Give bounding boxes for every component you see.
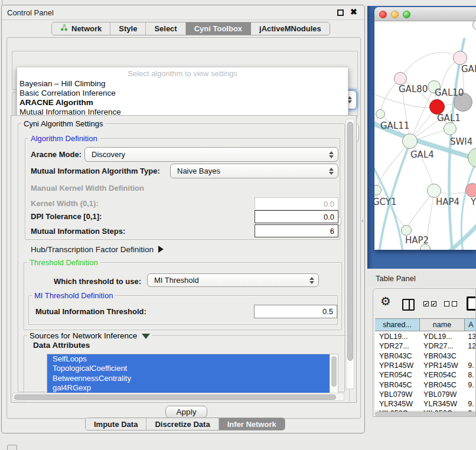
network-node[interactable] [427, 184, 441, 198]
table-row[interactable]: YDL19...YDL19...13 [375, 332, 476, 341]
horizontal-scrollbar[interactable] [12, 393, 344, 401]
gear-icon[interactable]: ⚙ [380, 294, 391, 308]
node-label: HAP4 [436, 197, 459, 207]
network-window: GALGAL80GAL10GAL1GAL11SWI4GAL4GCY1HAP4YH… [374, 7, 476, 250]
network-node[interactable] [394, 72, 407, 85]
table-row[interactable]: YBL079WYBL079W [375, 390, 476, 399]
minimized-panel-icon[interactable] [7, 445, 17, 450]
attribute-item[interactable]: TopologicalCoefficient [47, 364, 330, 373]
node-label: GAL11 [380, 120, 409, 131]
network-window-titlebar[interactable] [374, 7, 476, 21]
list-scrollbar[interactable] [330, 354, 338, 393]
column-layout-icon[interactable] [402, 299, 415, 311]
attribute-item[interactable]: gal4RGexp [47, 383, 330, 393]
tab-network[interactable]: Network [52, 22, 110, 35]
close-icon[interactable]: ✖ [350, 7, 357, 17]
table-cell [464, 351, 476, 361]
tab-jactivemnodules[interactable]: jActiveMNodules [251, 22, 330, 35]
table-column-header[interactable]: shared... [375, 318, 420, 331]
document-icon[interactable] [467, 296, 476, 311]
network-node[interactable] [453, 51, 467, 65]
tab-discretize-data[interactable]: Discretize Data [146, 418, 219, 430]
table-cell: YDL19... [375, 332, 419, 341]
float-window-icon[interactable] [337, 9, 344, 16]
network-node[interactable] [401, 225, 412, 236]
table-cell: 12 [464, 341, 476, 351]
table-cell: YBL079W [375, 390, 419, 399]
horizontal-scrollbar-thumb[interactable] [14, 394, 336, 400]
table-row[interactable]: YPR145WYPR145W9. [375, 361, 476, 370]
attribute-rows: SelfLoopsTopologicalCoefficientBetweenne… [47, 354, 338, 393]
table-row[interactable]: YER054CYER054C8. [375, 370, 476, 380]
table-row[interactable]: YBR043CYBR043C [375, 351, 476, 361]
hub-definition-toggle[interactable]: Hub/Transcription Factor Definition [31, 245, 164, 254]
mi-type-combo[interactable]: Naive Bayes [170, 164, 338, 178]
tab-style[interactable]: Style [110, 22, 146, 35]
tab-impute-data[interactable]: Impute Data [86, 418, 146, 430]
data-attributes-list[interactable]: SelfLoopsTopologicalCoefficientBetweenne… [47, 354, 338, 393]
panel-splitter-arrow[interactable]: ‹ [361, 217, 364, 224]
table-cell: YDR27... [419, 341, 464, 351]
network-icon [60, 24, 68, 33]
network-canvas[interactable]: GALGAL80GAL10GAL1GAL11SWI4GAL4GCY1HAP4YH… [374, 21, 476, 250]
tab-infer-network[interactable]: Infer Network [219, 418, 285, 430]
which-threshold-combo[interactable]: MI Threshold [147, 273, 319, 287]
mi-type-label: Mutual Information Algorithm Type: [31, 167, 160, 175]
kernel-width-label: Kernel Width (0,1): [31, 199, 99, 208]
zoom-traffic-light[interactable] [403, 11, 410, 18]
expanded-arrow-icon [142, 334, 150, 339]
vertical-scrollbar[interactable] [345, 119, 354, 389]
algorithm-definition-title: Algorithm Definition [28, 134, 100, 143]
table-cell [464, 390, 476, 399]
unchecked-checkbox-icon[interactable] [452, 301, 457, 306]
checked-checkbox-icon[interactable]: ✓ [423, 301, 429, 306]
apply-button[interactable]: Apply [165, 406, 207, 418]
tab-label: Network [71, 24, 102, 33]
mi-steps-field[interactable] [255, 224, 338, 237]
node-table: shared...nameA YDL19...YDL19...13YDR27..… [375, 318, 476, 410]
dropdown-item[interactable]: ARACNE Algorithm [19, 98, 345, 107]
tab-label: Style [119, 24, 137, 33]
aracne-mode-combo[interactable]: Discovery [84, 147, 338, 162]
sources-title-row[interactable]: Sources for Network Inference [27, 331, 152, 340]
collapsed-arrow-icon [158, 246, 164, 253]
kernel-width-field[interactable] [255, 197, 338, 210]
table-row[interactable]: YBR045CYBR045C9. [375, 380, 476, 390]
node-table-panel: ⚙ ✓ ✓ shared...nameA YDL19...YDL19...13Y… [373, 288, 476, 417]
aracne-mode-value: Discovery [92, 150, 125, 159]
mi-threshold-field[interactable] [254, 305, 337, 318]
network-node[interactable] [402, 133, 418, 149]
stepper-arrows [329, 151, 334, 158]
network-node[interactable] [376, 109, 385, 119]
dropdown-placeholder: Select algorithm to view settings [17, 69, 348, 78]
dropdown-item[interactable]: Bayesian – Hill Climbing [19, 79, 345, 89]
attribute-item[interactable]: BetweennessCentrality [47, 374, 330, 383]
table-cell: 9. [464, 361, 476, 370]
network-node[interactable] [465, 183, 476, 197]
node-label: GAL4 [410, 149, 434, 160]
tab-label: Discretize Data [155, 420, 210, 429]
table-cell: YBR045C [419, 380, 464, 390]
table-column-header[interactable]: name [420, 318, 465, 331]
node-label: GAL10 [435, 87, 464, 98]
threshold-definition-title: Threshold Definition [27, 258, 100, 267]
dpi-tolerance-field[interactable] [255, 210, 338, 223]
network-node[interactable] [444, 122, 457, 135]
tab-cyni-toolbox[interactable]: Cyni Toolbox [186, 22, 251, 35]
checked-checkbox-icon[interactable]: ✓ [431, 301, 436, 306]
dropdown-item[interactable]: Basic Correlation Inference [19, 89, 345, 98]
table-horizontal-scrollbar[interactable] [375, 412, 476, 417]
table-column-header[interactable]: A [465, 318, 476, 331]
unchecked-checkbox-icon[interactable] [444, 301, 449, 306]
minimize-traffic-light[interactable] [391, 11, 399, 18]
which-threshold-label: Which threshold to use: [54, 277, 141, 286]
control-panel-tabs: NetworkStyleSelectCyni ToolboxjActiveMNo… [51, 22, 330, 35]
attribute-item[interactable]: SelfLoops [47, 354, 330, 364]
tab-select[interactable]: Select [146, 22, 185, 35]
table-row[interactable]: YDR27...YDR27...12 [375, 341, 476, 351]
window-title: Control Panel [7, 8, 54, 17]
list-scrollbar-thumb[interactable] [331, 356, 337, 387]
table-row[interactable]: YLR345WYLR345W9. [375, 399, 476, 409]
close-traffic-light[interactable] [379, 11, 387, 18]
vertical-scrollbar-thumb[interactable] [347, 122, 353, 361]
